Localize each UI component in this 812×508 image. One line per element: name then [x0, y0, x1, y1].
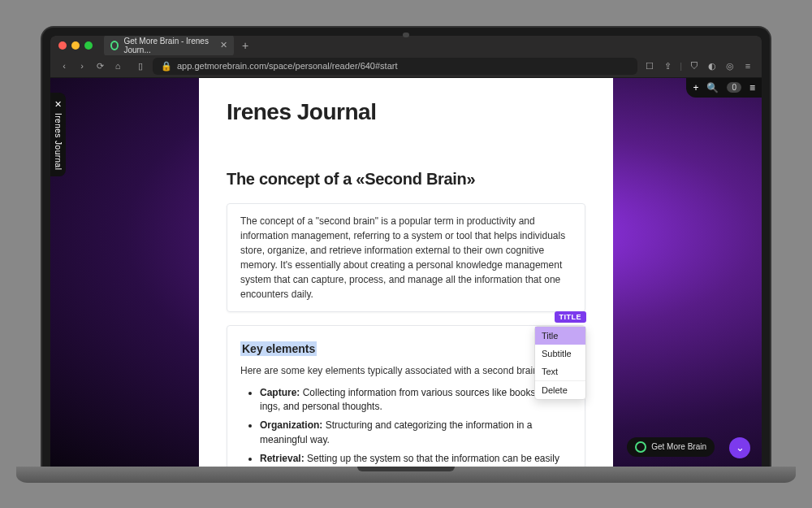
- brand-pill[interactable]: Get More Brain: [627, 437, 715, 457]
- extension-icon[interactable]: ◐: [706, 61, 718, 72]
- window-titlebar: Get More Brain - Irenes Journ... ✕ +: [50, 36, 762, 55]
- laptop-frame: Get More Brain - Irenes Journ... ✕ + ‹ ›…: [41, 26, 771, 483]
- add-button[interactable]: +: [693, 82, 698, 93]
- menu-item-subtitle[interactable]: Subtitle: [535, 345, 585, 363]
- shield-icon[interactable]: ⛉: [689, 61, 700, 71]
- open-external-icon[interactable]: ☐: [644, 61, 655, 72]
- close-tab-icon[interactable]: ✕: [220, 40, 227, 50]
- fab-chevron-button[interactable]: ⌄: [729, 437, 750, 458]
- chevron-down-icon: ⌄: [736, 441, 745, 454]
- minimize-window-button[interactable]: [71, 41, 80, 50]
- reload-button[interactable]: ⟳: [94, 61, 106, 72]
- page-title[interactable]: Irenes Journal: [227, 99, 585, 125]
- app-menu-icon[interactable]: ≡: [749, 82, 755, 93]
- document: Irenes Journal The concept of a «Second …: [199, 78, 613, 467]
- window-controls: [58, 41, 93, 50]
- close-icon[interactable]: ✕: [54, 99, 62, 110]
- tab-favicon: [110, 41, 119, 50]
- maximize-window-button[interactable]: [84, 41, 93, 50]
- brand-text: Get More Brain: [651, 442, 706, 451]
- new-tab-button[interactable]: +: [242, 39, 248, 52]
- share-icon[interactable]: ⇪: [662, 61, 673, 72]
- menu-icon[interactable]: ≡: [742, 61, 754, 71]
- toolbar-right-icons: ☐ ⇪ | ⛉ ◐ ◎ ≡: [644, 61, 754, 72]
- screen: Get More Brain - Irenes Journ... ✕ + ‹ ›…: [50, 36, 762, 467]
- browser-tab[interactable]: Get More Brain - Irenes Journ... ✕: [104, 36, 234, 57]
- address-bar[interactable]: 🔒 app.getmorebrain.com/space/personal/re…: [153, 58, 637, 75]
- search-icon[interactable]: 🔍: [706, 82, 719, 93]
- side-tab-label: Irenes Journal: [54, 113, 63, 170]
- lead-paragraph: Here are some key elements typically ass…: [240, 363, 572, 378]
- intro-text: The concept of a "second brain" is a pop…: [240, 214, 572, 302]
- forward-button[interactable]: ›: [76, 61, 88, 71]
- notification-badge[interactable]: 0: [727, 82, 741, 93]
- block-type-label[interactable]: TITLE: [555, 311, 587, 323]
- home-button[interactable]: ⌂: [112, 61, 123, 71]
- url-text: app.getmorebrain.com/space/personal/read…: [177, 61, 398, 71]
- menu-item-title[interactable]: Title: [535, 327, 585, 345]
- list-item: Retrieval: Setting up the system so that…: [260, 452, 572, 466]
- list-item: Capture: Collecting information from var…: [260, 386, 572, 415]
- app-topbar: + 🔍 0 ≡: [686, 78, 762, 98]
- list-item: Organization: Structuring and categorizi…: [260, 419, 572, 447]
- menu-item-delete[interactable]: Delete: [535, 381, 585, 399]
- back-button[interactable]: ‹: [58, 61, 70, 71]
- laptop-base: [16, 467, 796, 483]
- subsection-heading[interactable]: Key elements: [240, 341, 317, 356]
- section-heading[interactable]: The concept of a «Second Brain»: [227, 170, 585, 189]
- key-elements-list: Capture: Collecting information from var…: [240, 386, 572, 467]
- lock-icon: 🔒: [161, 61, 172, 72]
- key-elements-block[interactable]: TITLE Title Subtitle Text Delete Key ele…: [227, 325, 585, 467]
- side-document-tab[interactable]: ✕ Irenes Journal: [50, 93, 66, 176]
- brand-logo-icon: [635, 441, 646, 453]
- screen-bezel: Get More Brain - Irenes Journ... ✕ + ‹ ›…: [41, 26, 771, 467]
- intro-block[interactable]: The concept of a "second brain" is a pop…: [227, 203, 585, 312]
- tab-title: Get More Brain - Irenes Journ...: [123, 37, 215, 54]
- menu-item-text[interactable]: Text: [535, 363, 585, 380]
- browser-toolbar: ‹ › ⟳ ⌂ ▯ 🔒 app.getmorebrain.com/space/p…: [50, 55, 762, 78]
- block-type-menu: Title Subtitle Text Delete: [534, 326, 586, 400]
- account-icon[interactable]: ◎: [724, 61, 736, 72]
- bookmark-icon[interactable]: ▯: [135, 61, 146, 72]
- camera-notch: [403, 33, 409, 37]
- close-window-button[interactable]: [58, 41, 67, 50]
- app-viewport: ✕ Irenes Journal + 🔍 0 ≡ Irenes Journal …: [50, 78, 762, 467]
